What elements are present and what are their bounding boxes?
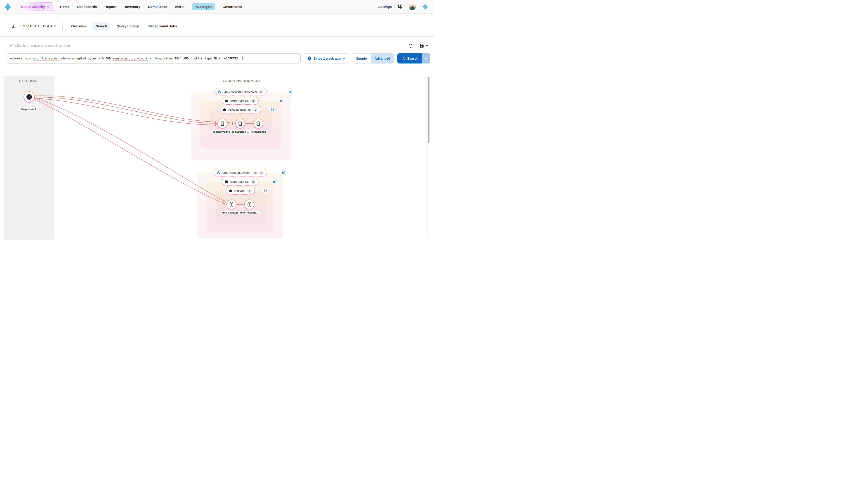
group-pill-label: Azure Account System Test: [222, 171, 257, 174]
nav-item-compliance[interactable]: Compliance: [148, 3, 167, 10]
save-button[interactable]: [419, 43, 429, 48]
vnet-cloud-icon: [222, 108, 226, 111]
query-mode-toggle: Simple Advanced: [352, 53, 394, 64]
group-pill-azure-account-system-test[interactable]: Azure Account System Test 2: [214, 169, 267, 176]
search-icon: [401, 57, 405, 60]
divider: [62, 23, 63, 30]
product-switcher[interactable]: Cloud Security: [16, 2, 53, 11]
chevron-down-icon: [47, 6, 50, 8]
group-pill-azure-account-policy-auto[interactable]: Azure Account Policy Auto 3: [215, 88, 266, 95]
nav-item-alerts[interactable]: Alerts: [175, 3, 184, 10]
nic-icon: [238, 121, 243, 126]
search-actions: [408, 43, 429, 48]
vertical-scrollbar[interactable]: [428, 77, 430, 143]
search-name-input[interactable]: Click here to give your search a name: [9, 44, 70, 48]
collapse-arrows-icon: [288, 90, 291, 93]
mode-advanced-button[interactable]: Advanced: [371, 54, 394, 63]
undo-button[interactable]: [408, 43, 413, 48]
collapse-cluster1-account-button[interactable]: [287, 88, 293, 95]
tab-background-jobs[interactable]: Background Jobs: [146, 22, 180, 30]
search-button-label: Search: [407, 57, 418, 60]
collapse-cluster2-region-button[interactable]: [271, 178, 278, 185]
page-title: INVESTIGATE: [20, 24, 57, 28]
query-input[interactable]: network from vpc.flow_record where accep…: [6, 53, 301, 64]
collapse-arrows-icon: [282, 171, 285, 174]
search-button[interactable]: Search: [397, 53, 422, 64]
nav-item-inventory[interactable]: Inventory: [125, 3, 141, 10]
nav-item-investigate[interactable]: Investigate: [192, 3, 215, 10]
node-nskhypdnd1[interactable]: [253, 119, 264, 129]
nav-item-home[interactable]: Home: [60, 3, 70, 10]
nav-item-governance[interactable]: Governance: [222, 3, 242, 10]
chevron-down-icon: [343, 57, 345, 59]
group-count-badge: 2: [259, 170, 264, 175]
node-dnd-flowlogs-1[interactable]: [226, 199, 237, 209]
group-pill-label: dnd-vnet: [234, 189, 246, 193]
group-count-badge: 2: [251, 180, 256, 184]
flowlog-icon: [229, 202, 234, 207]
save-floppy-icon: [419, 43, 424, 48]
nav-item-reports[interactable]: Reports: [104, 3, 117, 10]
time-range-button[interactable]: Since 1 week ago: [304, 53, 349, 64]
group-pill-policy-az-hyperion[interactable]: policy-az-hyperion 3: [220, 106, 260, 113]
investigate-header: INVESTIGATE Overview Search Query Librar…: [0, 13, 434, 37]
node-dnd-flowlogs-2[interactable]: [244, 199, 254, 209]
node-az-hyperion[interactable]: [235, 119, 245, 129]
clock-icon: [307, 56, 311, 61]
azure-icon: [218, 90, 221, 93]
group-pill-azure-east-us-2[interactable]: Azure East US 2: [222, 178, 258, 185]
cluster2-vnet-region: [215, 191, 266, 224]
tab-query-library[interactable]: Query Library: [114, 22, 142, 30]
docs-book-icon[interactable]: [398, 4, 403, 9]
collapse-arrows-icon: [280, 99, 283, 102]
polygraph-canvas[interactable]: EXTERNAL YOUR ENVIRONMENT ! Suspicious I…: [4, 76, 428, 240]
node-label: nskhypdnd1: [249, 130, 268, 133]
app-root: { "nav": { "product": "Cloud Security", …: [0, 0, 434, 244]
tab-search[interactable]: Search: [93, 22, 110, 30]
group-count-badge: 3: [251, 99, 256, 103]
search-options-chevron[interactable]: [422, 53, 430, 64]
investigate-tabs: Overview Search Query Library Background…: [68, 22, 180, 30]
collapse-arrows-icon: [264, 189, 267, 192]
search-name-row: Click here to give your search a name: [0, 41, 434, 50]
external-zone-label: EXTERNAL: [4, 79, 54, 83]
group-pill-label: Azure Account Policy Auto: [223, 90, 257, 93]
user-avatar[interactable]: [409, 3, 416, 10]
nic-icon: [256, 121, 260, 126]
node-label: dnd-flowlogs...: [239, 211, 260, 215]
collapse-cluster1-region-button[interactable]: [278, 98, 285, 104]
azure-icon: [217, 171, 220, 174]
tab-overview[interactable]: Overview: [68, 22, 89, 30]
group-pill-label: Azure East US: [230, 180, 249, 184]
collapse-cluster2-account-button[interactable]: [280, 169, 287, 176]
time-range-label: Since 1 week ago: [313, 57, 341, 60]
node-suspicious-ips[interactable]: !: [24, 91, 35, 103]
edit-pencil-icon: [9, 44, 13, 48]
collapse-arrows-icon: [273, 180, 276, 183]
group-pill-label: policy-az-hyperion: [228, 108, 252, 111]
node-az-nskhypdnd[interactable]: [217, 119, 227, 129]
settings-button[interactable]: Settings: [378, 5, 392, 8]
search-split-button: Search: [397, 53, 430, 64]
nic-icon: [220, 121, 225, 126]
lacework-logo-icon: [4, 2, 12, 11]
group-pill-label: Azure East US: [230, 99, 249, 103]
flowlog-icon: [247, 202, 252, 207]
query-text: network from vpc.flow_record where accep…: [10, 57, 243, 60]
group-pill-dnd-vnet[interactable]: dnd-vnet 2: [226, 188, 254, 194]
save-menu-chevron-icon[interactable]: [426, 44, 429, 47]
group-count-badge: 3: [258, 90, 264, 94]
collapse-cluster2-vnet-button[interactable]: [262, 188, 269, 194]
collapse-cluster1-vnet-button[interactable]: [269, 106, 276, 113]
main-nav: Home Dashboards Reports Inventory Compli…: [60, 3, 242, 10]
investigate-search-icon: [12, 24, 17, 29]
group-count-badge: 2: [247, 189, 252, 193]
mode-simple-button[interactable]: Simple: [352, 54, 371, 63]
group-pill-azure-east-us-1[interactable]: Azure East US 3: [222, 98, 258, 104]
sparkle-brand-icon[interactable]: [422, 3, 429, 10]
nav-item-dashboards[interactable]: Dashboards: [77, 3, 97, 10]
node-label: az-hyperion-...: [230, 130, 250, 133]
environment-zone-label: YOUR ENVIRONMENT: [185, 79, 298, 83]
vnet-cloud-icon: [229, 189, 232, 192]
collapse-arrows-icon: [271, 108, 274, 111]
